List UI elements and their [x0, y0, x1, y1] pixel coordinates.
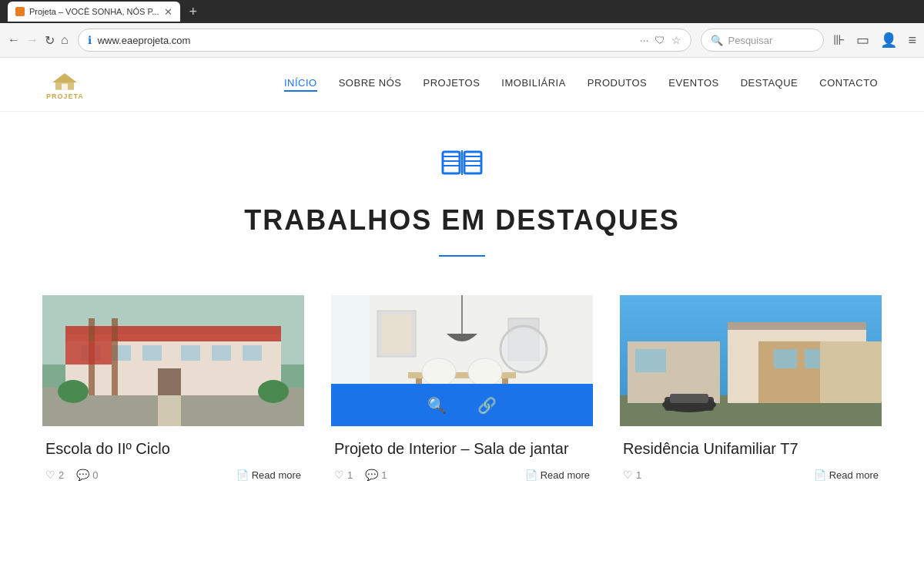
card-residencia-likes[interactable]: ♡ 1: [623, 469, 641, 481]
tab-close-button[interactable]: ✕: [164, 6, 172, 18]
card-interior-image: 🔍 🔗: [331, 295, 593, 426]
refresh-button[interactable]: ↻: [45, 33, 55, 48]
likes-count: 2: [59, 469, 64, 481]
search-overlay-icon[interactable]: 🔍: [427, 396, 447, 415]
svg-rect-3: [443, 152, 460, 173]
cards-container: Escola do IIº Ciclo ♡ 2 💬 0 📄 Read more: [0, 295, 924, 487]
card-escola-likes[interactable]: ♡ 2: [45, 469, 64, 481]
svg-rect-25: [112, 318, 118, 395]
svg-point-59: [849, 353, 868, 364]
svg-point-58: [830, 353, 849, 364]
svg-rect-48: [774, 349, 797, 368]
card-interior-readmore[interactable]: 📄 Read more: [525, 469, 590, 481]
heart-icon: ♡: [334, 469, 344, 481]
card-residencia-image: [620, 295, 882, 426]
svg-point-36: [468, 358, 502, 386]
hero-divider: [439, 255, 485, 257]
svg-rect-16: [65, 326, 281, 341]
search-placeholder: Pesquisar: [728, 35, 772, 46]
svg-rect-43: [331, 295, 370, 388]
house-illustration: [620, 295, 882, 426]
browser-nav-buttons: ← → ↻ ⌂: [8, 33, 69, 48]
card-escola: Escola do IIº Ciclo ♡ 2 💬 0 📄 Read more: [42, 295, 304, 487]
hero-title: TRABALHOS EM DESTAQUES: [15, 204, 909, 237]
card-residencia-body: Residência Unifamiliar T7 ♡ 1 📄 Read mor…: [620, 426, 882, 487]
comment-icon: 💬: [76, 469, 89, 481]
browser-toolbar-actions: ⊪ ▭ 👤 ≡: [833, 32, 916, 49]
site-nav: PROJETA INÍCIO SOBRE NÓS PROJETOS IMOBIL…: [0, 58, 924, 112]
bookmark-icon[interactable]: ☆: [671, 34, 681, 46]
back-button[interactable]: ←: [8, 33, 20, 47]
browser-tab[interactable]: Projeta – VOCÊ SONHA, NÓS P... ✕: [8, 2, 180, 22]
address-bar-actions: ··· 🛡 ☆: [640, 34, 682, 46]
open-book-icon: [439, 143, 485, 189]
search-icon: 🔍: [711, 35, 723, 46]
svg-rect-22: [243, 345, 262, 361]
card-escola-comments[interactable]: 💬 0: [76, 469, 98, 481]
account-icon[interactable]: 👤: [880, 32, 897, 49]
svg-rect-49: [805, 349, 828, 368]
nav-item-sobre[interactable]: SOBRE NÓS: [339, 77, 402, 92]
home-button[interactable]: ⌂: [61, 33, 69, 47]
comments-count: 1: [381, 469, 387, 481]
heart-icon: ♡: [45, 469, 55, 481]
svg-point-26: [58, 380, 89, 403]
card-escola-readmore[interactable]: 📄 Read more: [236, 469, 301, 481]
nav-item-destaque[interactable]: DESTAQUE: [741, 77, 798, 92]
logo[interactable]: PROJETA: [46, 69, 84, 100]
website: PROJETA INÍCIO SOBRE NÓS PROJETOS IMOBIL…: [0, 58, 924, 487]
readmore-icon: 📄: [525, 469, 537, 481]
browser-addressbar: ← → ↻ ⌂ ℹ www.eaeprojeta.com ··· 🛡 ☆ 🔍 P…: [0, 23, 924, 58]
likes-count: 1: [347, 469, 353, 481]
nav-item-contacto[interactable]: CONTACTO: [819, 77, 878, 92]
more-options-icon[interactable]: ···: [640, 34, 649, 46]
svg-rect-21: [212, 345, 231, 361]
nav-menu: INÍCIO SOBRE NÓS PROJETOS IMOBILIÁRIA PR…: [284, 77, 878, 92]
svg-point-35: [422, 358, 456, 386]
address-bar[interactable]: ℹ www.eaeprojeta.com ··· 🛡 ☆: [78, 29, 692, 52]
nav-item-produtos[interactable]: PRODUTOS: [588, 77, 647, 92]
card-residencia-title: Residência Unifamiliar T7: [623, 440, 879, 458]
card-interior-overlay[interactable]: 🔍 🔗: [331, 384, 593, 426]
card-escola-body: Escola do IIº Ciclo ♡ 2 💬 0 📄 Read more: [42, 426, 304, 487]
forward-button[interactable]: →: [26, 33, 38, 47]
svg-rect-7: [464, 152, 481, 173]
card-escola-meta: ♡ 2 💬 0 📄 Read more: [45, 469, 301, 481]
card-interior-title: Projeto de Interior – Sala de jantar: [334, 440, 590, 458]
card-interior-meta: ♡ 1 💬 1 📄 Read more: [334, 469, 590, 481]
comments-count: 0: [92, 469, 98, 481]
svg-rect-20: [181, 345, 200, 361]
search-bar[interactable]: 🔍 Pesquisar: [701, 29, 824, 52]
svg-rect-19: [142, 345, 162, 361]
browser-chrome: Projeta – VOCÊ SONHA, NÓS P... ✕ +: [0, 0, 924, 23]
logo-text: PROJETA: [46, 92, 84, 100]
card-escola-title: Escola do IIº Ciclo: [45, 440, 301, 458]
readmore-icon: 📄: [236, 469, 249, 481]
svg-rect-28: [158, 395, 181, 426]
security-icon: ℹ: [88, 34, 92, 46]
nav-item-eventos[interactable]: EVENTOS: [668, 77, 718, 92]
card-residencia-readmore[interactable]: 📄 Read more: [814, 469, 879, 481]
card-interior-likes[interactable]: ♡ 1: [334, 469, 353, 481]
nav-item-projetos[interactable]: PROJETOS: [423, 77, 480, 92]
card-interior-comments[interactable]: 💬 1: [365, 469, 387, 481]
card-interior: 🔍 🔗 Projeto de Interior – Sala de jantar…: [331, 295, 593, 487]
library-icon[interactable]: ⊪: [833, 32, 845, 49]
nav-item-imobiliaria[interactable]: IMOBILIÁRIA: [501, 77, 566, 92]
svg-rect-56: [847, 357, 852, 399]
tab-title: Projeta – VOCÊ SONHA, NÓS P...: [29, 7, 159, 16]
card-residencia-meta: ♡ 1 📄 Read more: [623, 469, 879, 481]
svg-point-57: [835, 348, 863, 363]
nav-item-inicio[interactable]: INÍCIO: [284, 77, 317, 92]
link-overlay-icon[interactable]: 🔗: [477, 396, 497, 415]
synced-tabs-icon[interactable]: ▭: [856, 32, 869, 49]
hero-section: TRABALHOS EM DESTAQUES: [0, 112, 924, 295]
svg-rect-17: [81, 345, 100, 361]
reader-mode-icon[interactable]: 🛡: [654, 34, 665, 46]
url-text: www.eaeprojeta.com: [98, 35, 634, 46]
card-escola-image: [42, 295, 304, 426]
svg-rect-23: [158, 368, 181, 395]
new-tab-button[interactable]: +: [189, 4, 198, 20]
menu-icon[interactable]: ≡: [908, 32, 916, 49]
readmore-label: Read more: [541, 469, 590, 481]
